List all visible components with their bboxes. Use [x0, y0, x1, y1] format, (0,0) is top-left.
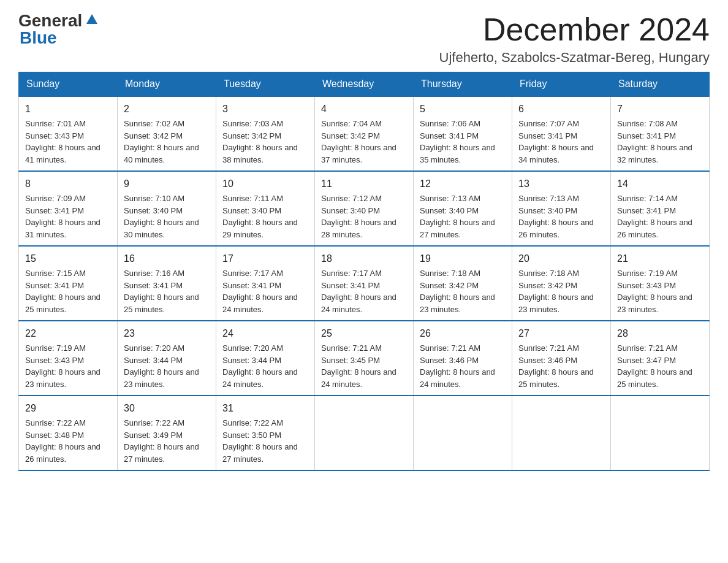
day-info: Sunrise: 7:22 AMSunset: 3:49 PMDaylight:…	[124, 418, 199, 464]
calendar-empty-cell	[611, 396, 710, 470]
calendar-day-cell: 2 Sunrise: 7:02 AMSunset: 3:42 PMDayligh…	[118, 96, 216, 171]
day-number: 22	[25, 326, 111, 341]
calendar-day-header-wednesday: Wednesday	[315, 72, 414, 97]
day-info: Sunrise: 7:17 AMSunset: 3:41 PMDaylight:…	[321, 269, 396, 314]
day-info: Sunrise: 7:22 AMSunset: 3:50 PMDaylight:…	[222, 418, 298, 464]
day-number: 7	[617, 102, 703, 117]
calendar-day-cell: 16 Sunrise: 7:16 AMSunset: 3:41 PMDaylig…	[118, 246, 216, 321]
logo-icon	[84, 15, 99, 26]
location-title: Ujfeherto, Szabolcs-Szatmar-Bereg, Hunga…	[439, 50, 710, 66]
day-info: Sunrise: 7:06 AMSunset: 3:41 PMDaylight:…	[420, 119, 495, 164]
day-info: Sunrise: 7:15 AMSunset: 3:41 PMDaylight:…	[25, 269, 100, 314]
page-header: General Blue December 2024 Ujfeherto, Sz…	[18, 12, 710, 66]
day-info: Sunrise: 7:13 AMSunset: 3:40 PMDaylight:…	[518, 194, 594, 239]
calendar-day-cell: 26 Sunrise: 7:21 AMSunset: 3:46 PMDaylig…	[414, 321, 512, 396]
day-info: Sunrise: 7:18 AMSunset: 3:42 PMDaylight:…	[420, 269, 495, 314]
day-info: Sunrise: 7:09 AMSunset: 3:41 PMDaylight:…	[25, 194, 100, 239]
calendar-week-row: 29 Sunrise: 7:22 AMSunset: 3:48 PMDaylig…	[19, 396, 710, 470]
calendar-week-row: 15 Sunrise: 7:15 AMSunset: 3:41 PMDaylig…	[19, 246, 710, 321]
calendar-empty-cell	[414, 396, 512, 470]
calendar-day-cell: 25 Sunrise: 7:21 AMSunset: 3:45 PMDaylig…	[315, 321, 414, 396]
calendar-day-cell: 22 Sunrise: 7:19 AMSunset: 3:43 PMDaylig…	[19, 321, 118, 396]
calendar-day-cell: 18 Sunrise: 7:17 AMSunset: 3:41 PMDaylig…	[315, 246, 414, 321]
calendar-day-header-saturday: Saturday	[611, 72, 710, 97]
day-info: Sunrise: 7:16 AMSunset: 3:41 PMDaylight:…	[124, 269, 199, 314]
calendar-day-cell: 30 Sunrise: 7:22 AMSunset: 3:49 PMDaylig…	[118, 396, 216, 470]
calendar-week-row: 1 Sunrise: 7:01 AMSunset: 3:43 PMDayligh…	[19, 96, 710, 171]
day-info: Sunrise: 7:20 AMSunset: 3:44 PMDaylight:…	[124, 343, 199, 389]
calendar-day-cell: 13 Sunrise: 7:13 AMSunset: 3:40 PMDaylig…	[512, 171, 611, 246]
day-number: 11	[321, 177, 407, 191]
day-info: Sunrise: 7:10 AMSunset: 3:40 PMDaylight:…	[124, 194, 199, 239]
day-number: 17	[222, 251, 308, 266]
calendar-day-cell: 28 Sunrise: 7:21 AMSunset: 3:47 PMDaylig…	[611, 321, 710, 396]
calendar-day-cell: 3 Sunrise: 7:03 AMSunset: 3:42 PMDayligh…	[216, 96, 315, 171]
day-info: Sunrise: 7:17 AMSunset: 3:41 PMDaylight:…	[222, 269, 298, 314]
day-number: 27	[518, 326, 604, 341]
day-info: Sunrise: 7:07 AMSunset: 3:41 PMDaylight:…	[518, 119, 594, 164]
day-info: Sunrise: 7:14 AMSunset: 3:41 PMDaylight:…	[617, 194, 692, 239]
svg-marker-0	[86, 14, 97, 24]
day-info: Sunrise: 7:18 AMSunset: 3:42 PMDaylight:…	[518, 269, 594, 314]
day-number: 28	[617, 326, 703, 341]
day-info: Sunrise: 7:01 AMSunset: 3:43 PMDaylight:…	[25, 119, 100, 164]
day-number: 10	[222, 177, 308, 191]
calendar-day-cell: 4 Sunrise: 7:04 AMSunset: 3:42 PMDayligh…	[315, 96, 414, 171]
calendar-week-row: 22 Sunrise: 7:19 AMSunset: 3:43 PMDaylig…	[19, 321, 710, 396]
logo-general-text: General	[18, 12, 82, 29]
day-number: 21	[617, 251, 703, 266]
calendar-day-header-sunday: Sunday	[19, 72, 118, 97]
day-info: Sunrise: 7:11 AMSunset: 3:40 PMDaylight:…	[222, 194, 298, 239]
day-number: 4	[321, 102, 407, 117]
calendar-day-cell: 27 Sunrise: 7:21 AMSunset: 3:46 PMDaylig…	[512, 321, 611, 396]
calendar-day-cell: 11 Sunrise: 7:12 AMSunset: 3:40 PMDaylig…	[315, 171, 414, 246]
calendar-table: SundayMondayTuesdayWednesdayThursdayFrid…	[18, 72, 710, 471]
day-number: 5	[420, 102, 506, 117]
calendar-day-cell: 12 Sunrise: 7:13 AMSunset: 3:40 PMDaylig…	[414, 171, 512, 246]
calendar-day-cell: 5 Sunrise: 7:06 AMSunset: 3:41 PMDayligh…	[414, 96, 512, 171]
day-number: 13	[518, 177, 604, 191]
calendar-day-header-friday: Friday	[512, 72, 611, 97]
calendar-day-cell: 20 Sunrise: 7:18 AMSunset: 3:42 PMDaylig…	[512, 246, 611, 321]
day-info: Sunrise: 7:02 AMSunset: 3:42 PMDaylight:…	[124, 119, 199, 164]
month-title: December 2024	[439, 12, 710, 47]
calendar-day-cell: 6 Sunrise: 7:07 AMSunset: 3:41 PMDayligh…	[512, 96, 611, 171]
calendar-day-cell: 29 Sunrise: 7:22 AMSunset: 3:48 PMDaylig…	[19, 396, 118, 470]
calendar-day-cell: 23 Sunrise: 7:20 AMSunset: 3:44 PMDaylig…	[118, 321, 216, 396]
day-number: 6	[518, 102, 604, 117]
day-number: 9	[124, 177, 210, 191]
day-info: Sunrise: 7:19 AMSunset: 3:43 PMDaylight:…	[25, 343, 100, 389]
day-number: 3	[222, 102, 308, 117]
day-info: Sunrise: 7:04 AMSunset: 3:42 PMDaylight:…	[321, 119, 396, 164]
day-number: 15	[25, 251, 111, 266]
day-info: Sunrise: 7:08 AMSunset: 3:41 PMDaylight:…	[617, 119, 692, 164]
day-number: 2	[124, 102, 210, 117]
day-number: 24	[222, 326, 308, 341]
calendar-day-cell: 1 Sunrise: 7:01 AMSunset: 3:43 PMDayligh…	[19, 96, 118, 171]
day-number: 20	[518, 251, 604, 266]
calendar-day-cell: 10 Sunrise: 7:11 AMSunset: 3:40 PMDaylig…	[216, 171, 315, 246]
calendar-week-row: 8 Sunrise: 7:09 AMSunset: 3:41 PMDayligh…	[19, 171, 710, 246]
day-number: 1	[25, 102, 111, 117]
logo: General Blue	[18, 12, 99, 48]
day-info: Sunrise: 7:21 AMSunset: 3:46 PMDaylight:…	[518, 343, 594, 389]
day-number: 31	[222, 401, 308, 416]
day-number: 29	[25, 401, 111, 416]
day-info: Sunrise: 7:03 AMSunset: 3:42 PMDaylight:…	[222, 119, 298, 164]
day-info: Sunrise: 7:19 AMSunset: 3:43 PMDaylight:…	[617, 269, 692, 314]
day-number: 26	[420, 326, 506, 341]
day-number: 25	[321, 326, 407, 341]
day-number: 8	[25, 177, 111, 191]
calendar-day-cell: 19 Sunrise: 7:18 AMSunset: 3:42 PMDaylig…	[414, 246, 512, 321]
day-number: 18	[321, 251, 407, 266]
calendar-day-cell: 9 Sunrise: 7:10 AMSunset: 3:40 PMDayligh…	[118, 171, 216, 246]
day-info: Sunrise: 7:21 AMSunset: 3:47 PMDaylight:…	[617, 343, 692, 389]
day-number: 16	[124, 251, 210, 266]
calendar-day-header-tuesday: Tuesday	[216, 72, 315, 97]
day-info: Sunrise: 7:13 AMSunset: 3:40 PMDaylight:…	[420, 194, 495, 239]
calendar-day-header-monday: Monday	[118, 72, 216, 97]
calendar-day-cell: 15 Sunrise: 7:15 AMSunset: 3:41 PMDaylig…	[19, 246, 118, 321]
calendar-day-cell: 31 Sunrise: 7:22 AMSunset: 3:50 PMDaylig…	[216, 396, 315, 470]
calendar-day-cell: 17 Sunrise: 7:17 AMSunset: 3:41 PMDaylig…	[216, 246, 315, 321]
day-info: Sunrise: 7:12 AMSunset: 3:40 PMDaylight:…	[321, 194, 396, 239]
